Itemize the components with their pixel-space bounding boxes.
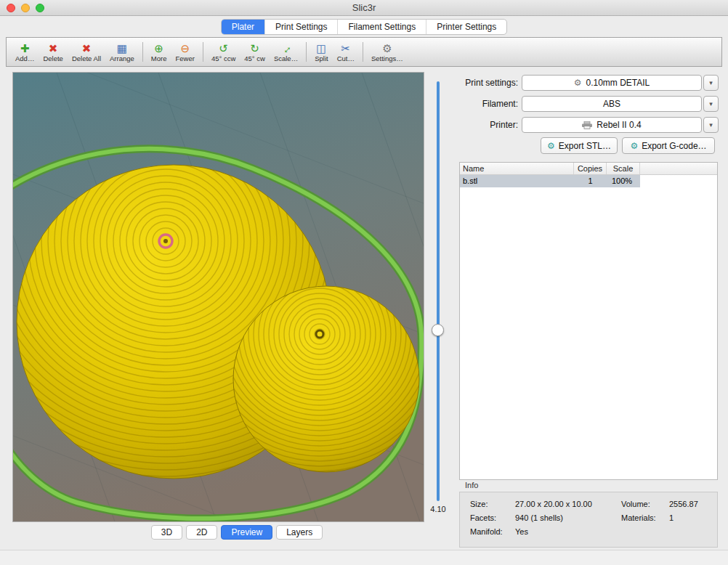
printer-icon — [582, 121, 592, 129]
export-gcode-button[interactable]: ⚙ Export G-code… — [622, 137, 715, 154]
table-row[interactable]: b.stl 1 100% — [460, 175, 717, 187]
settings-gear-icon: ⚙ — [382, 42, 392, 54]
more-icon: ⊕ — [154, 42, 163, 54]
viewport-3d-canvas[interactable] — [13, 73, 424, 521]
info-panel-title: Info — [465, 481, 478, 489]
settings-button[interactable]: ⚙ Settings… — [367, 39, 408, 65]
column-header-name[interactable]: Name — [460, 163, 574, 174]
object-list-table[interactable]: Name Copies Scale b.stl 1 100% — [459, 162, 718, 480]
print-settings-select[interactable]: ⚙ 0.10mm DETAIL — [522, 75, 702, 91]
toolbar: ✚ Add… ✖ Delete ✖ Delete All ▦ Arrange ⊕… — [6, 37, 722, 67]
arrange-icon: ▦ — [117, 42, 127, 54]
facets-value: 940 (1 shells) — [515, 511, 621, 525]
toolbar-separator — [306, 42, 307, 62]
cell-name: b.stl — [460, 175, 574, 187]
export-gcode-icon: ⚙ — [630, 142, 638, 150]
layer-slider-track[interactable] — [437, 81, 440, 501]
rotate-ccw-icon: ↺ — [219, 42, 228, 54]
toolbar-separator — [203, 42, 203, 62]
chevron-down-icon: ▾ — [709, 121, 713, 129]
window-footer — [0, 550, 728, 565]
view-preview-button[interactable]: Preview — [221, 525, 272, 540]
table-header: Name Copies Scale — [460, 163, 717, 175]
fewer-icon: ⊖ — [180, 42, 190, 54]
delete-icon: ✖ — [49, 42, 58, 54]
arrange-button[interactable]: ▦ Arrange — [105, 39, 139, 65]
cell-scale: 100% — [607, 175, 640, 187]
add-icon: ✚ — [20, 42, 30, 54]
size-label: Size: — [470, 497, 515, 511]
printer-label: Printer: — [447, 117, 518, 133]
filament-value: ABS — [603, 99, 620, 109]
scale-button[interactable]: ↔ Scale… — [270, 39, 302, 65]
column-header-filler — [640, 163, 717, 174]
manifold-value: Yes — [515, 525, 621, 539]
fewer-button[interactable]: ⊖ Fewer — [171, 39, 198, 65]
materials-label: Materials: — [621, 511, 669, 525]
traffic-lights — [7, 4, 44, 12]
cut-icon: ✂ — [341, 42, 351, 54]
facets-label: Facets: — [470, 511, 515, 525]
tab-printer-settings[interactable]: Printer Settings — [426, 20, 506, 34]
split-icon: ◫ — [316, 42, 326, 54]
view-mode-buttons: 3D 2D Preview Layers — [13, 525, 461, 540]
tab-print-settings[interactable]: Print Settings — [265, 20, 338, 34]
volume-label: Volume: — [621, 497, 669, 511]
toolbar-separator — [363, 42, 363, 62]
rotate-ccw-button[interactable]: ↺ 45° ccw — [207, 39, 240, 65]
title-bar: Slic3r — [0, 0, 728, 16]
toolbar-separator — [142, 42, 143, 62]
export-stl-button[interactable]: ⚙ Export STL… — [541, 137, 618, 154]
printer-value: Rebel II 0.4 — [596, 120, 641, 130]
print-settings-dropdown-button[interactable]: ▾ — [703, 75, 719, 91]
tab-bar: Plater Print Settings Filament Settings … — [0, 17, 728, 36]
printer-select[interactable]: Rebel II 0.4 — [522, 117, 702, 133]
app-window: Slic3r Plater Print Settings Filament Se… — [0, 0, 728, 565]
filament-select[interactable]: ABS — [522, 96, 702, 112]
view-layers-button[interactable]: Layers — [276, 525, 323, 540]
column-header-copies[interactable]: Copies — [574, 163, 607, 174]
volume-value: 2556.87 — [669, 497, 707, 511]
materials-value: 1 — [669, 511, 707, 525]
rotate-cw-button[interactable]: ↻ 45° cw — [240, 39, 270, 65]
zoom-button[interactable] — [36, 4, 44, 12]
view-3d-button[interactable]: 3D — [151, 525, 182, 540]
printer-dropdown-button[interactable]: ▾ — [703, 117, 719, 133]
more-button[interactable]: ⊕ More — [147, 39, 171, 65]
close-button[interactable] — [7, 4, 15, 12]
print-settings-label: Print settings: — [447, 75, 518, 91]
minimize-button[interactable] — [21, 4, 30, 12]
chevron-down-icon: ▾ — [709, 79, 713, 86]
filament-label: Filament: — [447, 96, 518, 112]
manifold-label: Manifold: — [470, 525, 515, 539]
layer-slider-thumb[interactable] — [432, 324, 444, 336]
preset-gear-icon: ⚙ — [574, 78, 582, 87]
delete-button[interactable]: ✖ Delete — [39, 39, 67, 65]
add-button[interactable]: ✚ Add… — [11, 39, 39, 65]
dome-large-top-dot — [163, 239, 168, 243]
export-stl-icon: ⚙ — [547, 142, 555, 150]
column-header-scale[interactable]: Scale — [607, 163, 640, 174]
delete-all-icon: ✖ — [82, 42, 92, 54]
tab-filament-settings[interactable]: Filament Settings — [338, 20, 426, 34]
print-settings-value: 0.10mm DETAIL — [586, 78, 650, 88]
split-button[interactable]: ◫ Split — [310, 39, 332, 65]
cut-button[interactable]: ✂ Cut… — [333, 39, 359, 65]
chevron-down-icon: ▾ — [709, 100, 713, 107]
view-2d-button[interactable]: 2D — [186, 525, 217, 540]
delete-all-button[interactable]: ✖ Delete All — [68, 39, 105, 65]
window-title: Slic3r — [0, 0, 728, 16]
tab-group: Plater Print Settings Filament Settings … — [221, 19, 508, 35]
rotate-cw-icon: ↻ — [250, 42, 259, 54]
cell-copies: 1 — [574, 175, 607, 187]
filament-dropdown-button[interactable]: ▾ — [703, 96, 719, 112]
layer-slider-value: 4.10 — [426, 505, 450, 513]
tab-plater[interactable]: Plater — [222, 20, 265, 34]
size-value: 27.00 x 20.00 x 10.00 — [515, 497, 621, 511]
info-panel: Size: 27.00 x 20.00 x 10.00 Volume: 2556… — [459, 492, 718, 548]
